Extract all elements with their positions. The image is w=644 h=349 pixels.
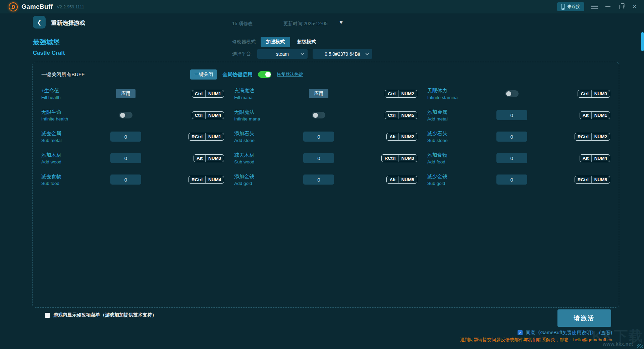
cheat-toggle[interactable] (119, 112, 132, 118)
version-selected-value: 0.5.0#2379 64Bit (325, 51, 360, 57)
hotkey-key: NUM3 (205, 155, 224, 162)
hotkey-badge[interactable]: Alt NUM2 (386, 133, 417, 141)
toggle-knob (506, 91, 511, 96)
hotkey-badge[interactable]: Ctrl NUM2 (385, 90, 417, 98)
back-button[interactable]: ❮ (33, 16, 46, 29)
cheat-toggle[interactable] (312, 112, 325, 118)
hotkey-badge[interactable]: Alt NUM5 (386, 176, 417, 184)
cheat-value-input[interactable] (496, 110, 527, 120)
checkbox-checked-icon[interactable] (518, 330, 523, 335)
apply-button[interactable]: 应用 (309, 89, 328, 98)
cheat-control (492, 174, 532, 185)
cheat-control (492, 132, 532, 142)
hotkey-badge[interactable]: Alt NUM4 (580, 154, 610, 162)
cheat-value-input[interactable] (110, 174, 141, 185)
cheat-item: 充满魔法 Fill mana 应用 Ctrl NUM2 (234, 88, 417, 103)
hotkey-modifier: Alt (580, 112, 591, 119)
cheat-value-input[interactable] (110, 132, 141, 142)
hotkey-modifier: Ctrl (385, 90, 398, 97)
cheat-control (299, 174, 339, 185)
close-button[interactable]: ✕ (631, 3, 638, 10)
hotkey-modifier: Ctrl (385, 112, 398, 119)
cheat-value-input[interactable] (110, 153, 141, 163)
hotkey-badge[interactable]: RCtrl NUM1 (189, 133, 224, 141)
cheat-item: 添加金钱 Add gold Alt NUM5 (234, 173, 417, 189)
title-bar: B GameBuff V2.2.959.1111 未连接 ✕ (0, 0, 644, 13)
cheat-item: 添加金属 Add metal Alt NUM1 (427, 109, 610, 124)
close-all-button[interactable]: 一键关闭 (190, 69, 217, 80)
app-version: V2.2.959.1111 (57, 4, 84, 9)
cheat-item: +生命值 Fill health 应用 Ctrl NUM1 (41, 88, 224, 103)
cheat-control: 应用 (299, 89, 339, 99)
platform-row: 选择平台: steam 0.5.0#2379 64Bit (232, 49, 372, 59)
hotkey-badge[interactable]: RCtrl NUM3 (381, 154, 417, 162)
ingame-menu-option[interactable]: 游戏内显示修改项菜单（游戏加加提供技术支持） (45, 312, 157, 318)
apply-button[interactable]: 应用 (116, 89, 136, 98)
version-select[interactable]: 0.5.0#2379 64Bit (313, 49, 372, 59)
cheat-control (299, 153, 339, 163)
hotkey-modifier: RCtrl (189, 133, 205, 140)
game-title-cn: 最强城堡 (33, 38, 60, 47)
cheat-value-input[interactable] (496, 132, 527, 142)
app-name: GameBuff (21, 3, 53, 10)
hotkey-badge[interactable]: Ctrl NUM3 (578, 90, 610, 98)
hotkey-badge[interactable]: Ctrl NUM5 (385, 111, 417, 119)
cheat-value-input[interactable] (303, 132, 334, 142)
phone-icon (561, 4, 565, 10)
cheat-value-input[interactable] (303, 174, 334, 185)
hotkey-badge[interactable]: Ctrl NUM1 (192, 90, 224, 98)
cheat-toggle[interactable] (505, 90, 519, 97)
cheat-value-input[interactable] (496, 174, 527, 185)
hotkey-badge[interactable]: RCtrl NUM2 (575, 133, 610, 141)
minimize-button[interactable] (604, 3, 611, 10)
cheat-control (106, 110, 146, 120)
scrollbar-thumb[interactable] (641, 32, 644, 51)
platform-label: 选择平台: (232, 51, 252, 57)
mods-count: 15 项修改 (232, 21, 253, 27)
hotkey-badge[interactable]: Alt NUM1 (580, 111, 610, 119)
cheat-value-input[interactable] (496, 153, 527, 163)
global-hotkey-toggle[interactable] (258, 71, 271, 78)
hotkey-badge[interactable]: RCtrl NUM5 (575, 176, 610, 184)
chevron-down-icon (365, 52, 369, 55)
hotkey-modifier: Ctrl (192, 90, 205, 97)
hotkey-modifier: Ctrl (192, 112, 205, 119)
cheat-control (106, 132, 146, 142)
hotkey-key: NUM1 (591, 112, 610, 119)
connection-status-button[interactable]: 未连接 (557, 2, 584, 11)
game-title-en: Castle Craft (33, 50, 65, 56)
hotkey-modifier: RCtrl (575, 176, 591, 183)
chevron-down-icon (301, 52, 304, 55)
cheat-item: 添加食物 Add food Alt NUM4 (427, 152, 610, 167)
cheat-value-input[interactable] (303, 153, 334, 163)
favorite-heart-icon[interactable]: ♥ (339, 19, 343, 26)
hotkey-modifier: RCtrl (575, 133, 591, 140)
reselect-game-label[interactable]: 重新选择游戏 (51, 19, 85, 27)
chevron-left-icon: ❮ (37, 19, 41, 26)
hotkey-key: NUM5 (398, 176, 417, 183)
cheat-item: 减去食物 Sub food RCtrl NUM4 (41, 173, 224, 189)
cheat-item: 减少金钱 Sub gold RCtrl NUM5 (427, 173, 610, 189)
hotkey-modifier: Alt (580, 155, 591, 162)
toggle-knob (313, 113, 318, 118)
activate-button[interactable]: 请激活 (557, 309, 611, 327)
hotkey-key: NUM1 (205, 90, 224, 97)
hotkey-badge[interactable]: RCtrl NUM4 (189, 176, 224, 184)
hotkey-badge[interactable]: Ctrl NUM4 (192, 111, 224, 119)
close-icon: ✕ (632, 4, 637, 9)
checkbox-unchecked-icon[interactable] (45, 313, 50, 318)
hotkey-key: NUM4 (205, 112, 224, 119)
cheat-item: 减去木材 Sub wood RCtrl NUM3 (234, 152, 417, 167)
mode-super-button[interactable]: 超级模式 (295, 37, 318, 47)
mode-enhanced-button[interactable]: 加强模式 (261, 37, 290, 47)
restore-hotkeys-link[interactable]: 恢复默认热键 (277, 71, 303, 78)
menu-button[interactable] (591, 3, 598, 10)
restore-button[interactable] (618, 3, 625, 10)
gamebuff-logo-icon: B (9, 2, 18, 11)
hotkey-badge[interactable]: Alt NUM3 (194, 154, 224, 162)
ingame-menu-label: 游戏内显示修改项菜单（游戏加加提供技术支持） (53, 312, 157, 318)
platform-select[interactable]: steam (257, 49, 308, 59)
toggle-knob (265, 72, 271, 77)
cheat-item: 无限生命 Infinite health Ctrl NUM4 (41, 109, 224, 124)
hotkey-key: NUM5 (591, 176, 610, 183)
